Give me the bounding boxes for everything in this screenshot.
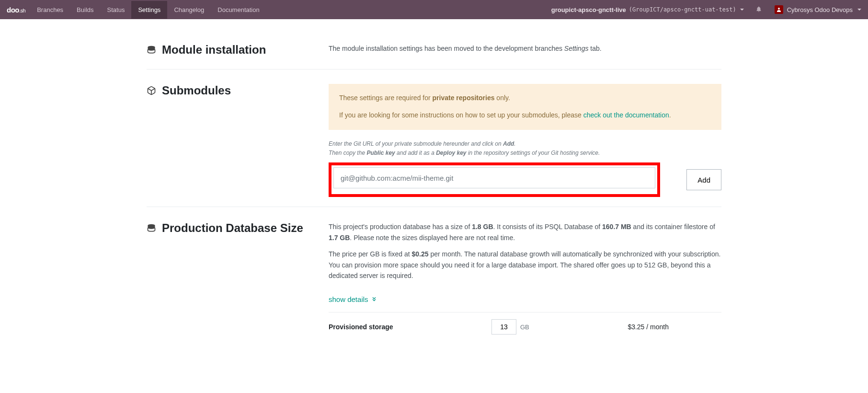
section-db-size: Production Database Size This project's … [147, 207, 721, 351]
nav-changelog[interactable]: Changelog [167, 1, 211, 19]
project-name-mono: (GroupICT/apsco-gnctt-uat-test) [629, 6, 736, 13]
section-submodules: Submodules These settings are required f… [147, 69, 721, 207]
git-url-input[interactable] [333, 167, 655, 188]
section-module-installation: Module installation The module installat… [147, 29, 721, 69]
brand-logo[interactable]: doo.sh [2, 6, 30, 14]
help-text: Enter the Git URL of your private submod… [329, 139, 721, 158]
nav-status[interactable]: Status [101, 1, 132, 19]
add-button[interactable]: Add [686, 169, 721, 190]
gb-label: GB [520, 324, 529, 331]
project-selector[interactable]: groupict-apsco-gnctt-live (GroupICT/apsc… [548, 6, 748, 13]
documentation-link[interactable]: check out the documentation [583, 111, 669, 119]
top-navbar: doo.sh Branches Builds Status Settings C… [0, 0, 868, 19]
storage-label: Provisioned storage [329, 323, 491, 331]
bell-icon[interactable] [748, 6, 770, 14]
warning-box: These settings are required for private … [329, 84, 721, 130]
db-size-title: Production Database Size [162, 221, 303, 235]
nav-builds[interactable]: Builds [70, 1, 100, 19]
brand-main: doo [7, 6, 19, 14]
nav-documentation[interactable]: Documentation [211, 1, 266, 19]
avatar [775, 5, 783, 14]
nav-branches[interactable]: Branches [30, 1, 70, 19]
show-details-link[interactable]: show details [329, 295, 377, 303]
package-icon [147, 86, 156, 97]
brand-suffix: .sh [19, 8, 25, 13]
database-icon [147, 223, 156, 234]
database-icon [147, 45, 156, 56]
storage-price: $3.25 / month [529, 323, 721, 331]
nav-settings[interactable]: Settings [131, 1, 167, 19]
highlighted-input-box [329, 162, 660, 197]
user-name-label: Cybrosys Odoo Devops [787, 6, 853, 13]
db-size-paragraph-2: The price per GB is fixed at $0.25 per m… [329, 249, 721, 281]
module-installation-desc: The module installation settings has bee… [329, 43, 721, 54]
chevron-double-down-icon [371, 295, 377, 303]
caret-down-icon [740, 9, 744, 11]
svg-point-0 [778, 8, 780, 10]
project-name-bold: groupict-apsco-gnctt-live [551, 6, 626, 13]
storage-row: Provisioned storage GB $3.25 / month [329, 312, 721, 341]
submodules-title: Submodules [162, 84, 231, 97]
user-menu[interactable]: Cybrosys Odoo Devops [770, 5, 866, 14]
module-installation-title: Module installation [162, 43, 266, 57]
db-size-paragraph-1: This project's production database has a… [329, 221, 721, 243]
caret-down-icon [857, 9, 861, 11]
storage-input[interactable] [491, 319, 516, 335]
